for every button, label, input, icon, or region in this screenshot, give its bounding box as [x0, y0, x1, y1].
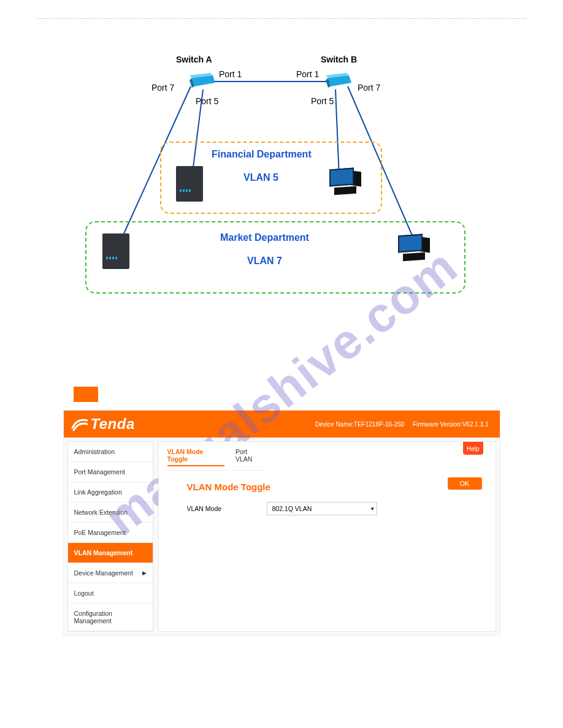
- port7-a: Port 7: [151, 83, 174, 93]
- vlan7-server-icon: [102, 233, 129, 269]
- section-title: VLAN Mode Toggle: [187, 482, 487, 492]
- chevron-right-icon: ▶: [142, 570, 147, 576]
- admin-header: Tenda Device Name:TEF1218P-16-250 Firmwa…: [64, 411, 500, 438]
- vlan7-name: VLAN 7: [247, 256, 282, 267]
- sidebar-item-poe-management[interactable]: PoE Management: [68, 523, 153, 543]
- sidebar-item-port-management[interactable]: Port Management: [68, 462, 153, 482]
- switch-a-icon: [190, 73, 215, 90]
- device-name-field: Device Name:TEF1218P-16-250: [315, 421, 404, 428]
- network-diagram: Switch A Switch B Port 1 Port 1 Port 7 P…: [85, 44, 478, 301]
- vlan-mode-value: 802.1Q VLAN: [272, 505, 312, 512]
- brand-name: Tenda: [91, 415, 135, 433]
- header-right: Device Name:TEF1218P-16-250 Firmware Ver…: [315, 421, 488, 428]
- brand-logo-text: Tenda: [71, 415, 135, 433]
- page-divider: [37, 18, 526, 19]
- vlan-mode-row: VLAN Mode 802.1Q VLAN ▾: [187, 502, 487, 515]
- help-button[interactable]: Help: [463, 442, 483, 455]
- vlan5-server-icon: [176, 166, 203, 202]
- port5-b: Port 5: [311, 96, 334, 106]
- sidebar-item-link-aggregation[interactable]: Link Aggregation: [68, 482, 153, 502]
- admin-ui: Tenda Device Name:TEF1218P-16-250 Firmwa…: [63, 410, 500, 636]
- firmware-field: Firmware Version:V62.1.3.1: [413, 421, 488, 428]
- sidebar-item-vlan-management[interactable]: VLAN Management: [68, 543, 153, 563]
- switch-b-label: Switch B: [321, 55, 357, 64]
- vlan-mode-label: VLAN Mode: [187, 505, 230, 512]
- vlan7-pc-icon: [398, 233, 435, 264]
- sidebar-item-logout[interactable]: Logout: [68, 583, 153, 604]
- port5-a: Port 5: [196, 96, 218, 106]
- port7-b: Port 7: [358, 83, 380, 93]
- tabs: VLAN Mode Toggle Port VLAN: [167, 446, 266, 471]
- switch-b-icon: [326, 73, 351, 90]
- sidebar: Administration Port Management Link Aggr…: [67, 441, 153, 632]
- sidebar-item-administration[interactable]: Administration: [68, 442, 153, 462]
- vlan5-name: VLAN 5: [243, 172, 278, 183]
- ok-button[interactable]: OK: [448, 477, 482, 490]
- switch-a-label: Switch A: [176, 55, 212, 64]
- chevron-down-icon: ▾: [371, 506, 374, 512]
- tenda-logo-icon: [71, 415, 88, 433]
- sidebar-item-configuration-management[interactable]: Configuration Management: [68, 604, 153, 631]
- vlan5-pc-icon: [329, 167, 366, 198]
- port1-b: Port 1: [296, 69, 319, 79]
- sidebar-item-network-extension[interactable]: Network Extension: [68, 502, 153, 523]
- tab-vlan-mode-toggle[interactable]: VLAN Mode Toggle: [167, 448, 224, 466]
- vlan7-title: Market Department: [220, 232, 563, 243]
- vlan5-title: Financial Department: [212, 149, 563, 160]
- sidebar-item-device-management[interactable]: Device Management ▶: [68, 563, 153, 583]
- port1-a: Port 1: [219, 69, 242, 79]
- tab-port-vlan[interactable]: Port VLAN: [236, 448, 266, 466]
- content-panel: Help VLAN Mode Toggle Port VLAN VLAN Mod…: [158, 441, 496, 632]
- vlan-mode-select[interactable]: 802.1Q VLAN ▾: [267, 502, 377, 515]
- step-marker: [74, 387, 98, 402]
